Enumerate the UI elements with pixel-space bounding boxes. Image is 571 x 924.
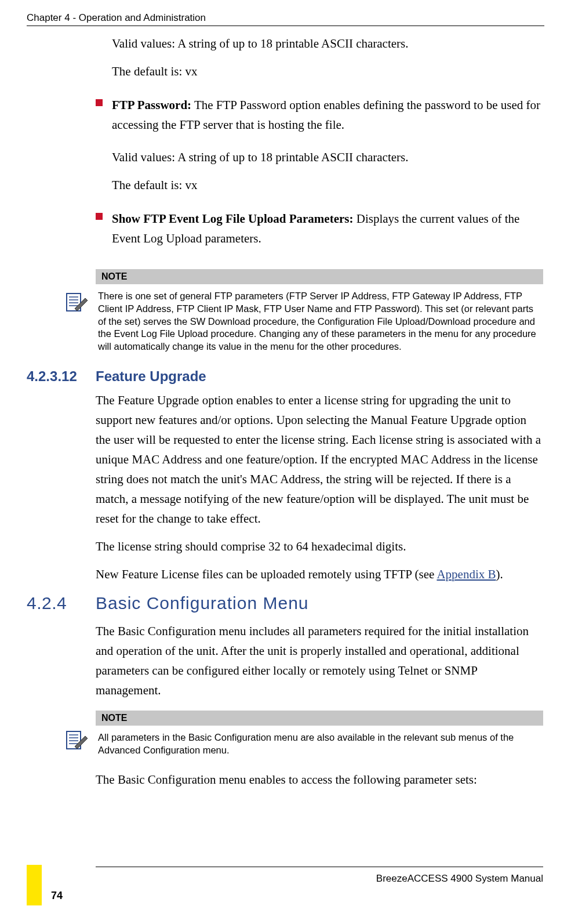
note-pencil-icon	[63, 289, 89, 317]
feature-upgrade-desc: The Feature Upgrade option enables to en…	[96, 390, 543, 528]
bullet-label-1: FTP Password:	[112, 98, 191, 112]
note-head-2: NOTE	[96, 711, 543, 726]
valid-values-2: Valid values: A string of up to 18 print…	[112, 147, 543, 167]
bullet-marker-icon	[96, 213, 103, 220]
section-number-basic-config: 4.2.4	[27, 593, 90, 613]
p7-suffix: ).	[496, 567, 503, 581]
note-pencil-icon	[63, 727, 89, 755]
note-head-1: NOTE	[96, 269, 543, 284]
footer-manual-title: BreezeACCESS 4900 System Manual	[376, 873, 543, 885]
note-body-1: There is one set of general FTP paramete…	[96, 290, 543, 357]
default-2: The default is: vx	[112, 175, 543, 195]
bullet-marker-icon	[96, 99, 103, 106]
note-ftp-parameters: NOTE There is one set of general FTP par…	[96, 269, 543, 357]
section-number-feature-upgrade: 4.2.3.12	[27, 368, 90, 385]
section-title-feature-upgrade: Feature Upgrade	[96, 368, 206, 385]
appendix-b-link[interactable]: Appendix B	[437, 567, 496, 581]
footer-rule	[96, 867, 543, 867]
license-string-digits: The license string should comprise 32 to…	[96, 537, 543, 556]
header-rule	[27, 26, 544, 26]
valid-values-1: Valid values: A string of up to 18 print…	[112, 34, 543, 53]
basic-config-param-sets: The Basic Configuration menu enables to …	[96, 770, 543, 789]
feature-license-tftp: New Feature License files can be uploade…	[96, 564, 543, 584]
basic-config-desc: The Basic Configuration menu includes al…	[96, 621, 543, 700]
chapter-header: Chapter 4 - Operation and Administration	[27, 12, 206, 24]
note-body-2: All parameters in the Basic Configuratio…	[96, 731, 543, 760]
bullet-ftp-password: FTP Password: The FTP Password option en…	[96, 95, 543, 135]
page-number: 74	[51, 890, 63, 902]
yellow-tab-icon	[27, 865, 42, 905]
p7-prefix: New Feature License files can be uploade…	[96, 567, 437, 581]
section-title-basic-config: Basic Configuration Menu	[96, 593, 309, 613]
bullet-label-2: Show FTP Event Log File Upload Parameter…	[112, 212, 353, 226]
note-basic-config: NOTE All parameters in the Basic Configu…	[96, 711, 543, 760]
default-1: The default is: vx	[112, 61, 543, 81]
bullet-show-ftp-params: Show FTP Event Log File Upload Parameter…	[96, 209, 543, 248]
